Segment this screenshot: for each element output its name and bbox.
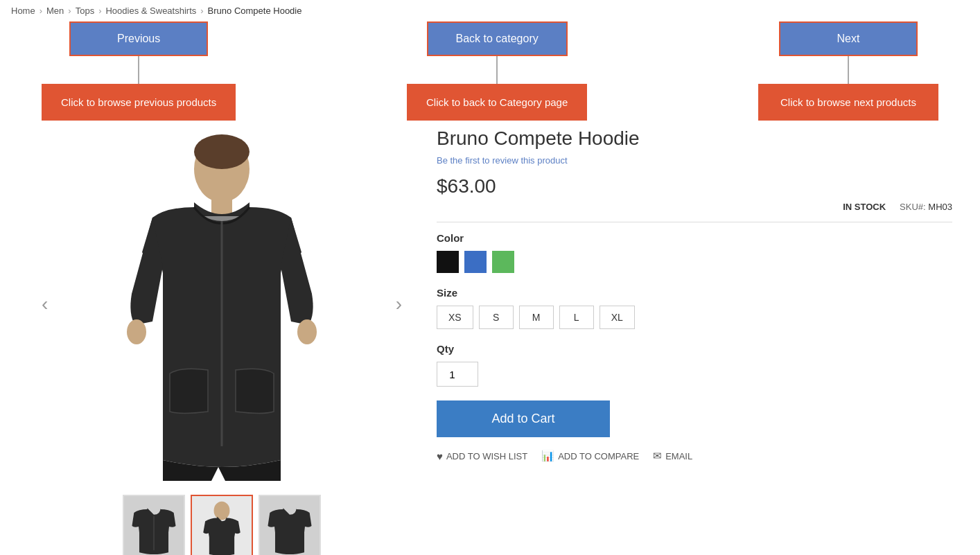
email-icon: ✉ bbox=[653, 450, 662, 462]
back-category-nav-wrap: Back to category Click to back to Catego… bbox=[407, 21, 587, 121]
color-swatches bbox=[437, 251, 952, 273]
compare-label: ADD TO COMPARE bbox=[558, 451, 639, 461]
breadcrumb-men[interactable]: Men bbox=[46, 6, 64, 16]
compare-link[interactable]: 📊 ADD TO COMPARE bbox=[541, 450, 639, 462]
svg-point-5 bbox=[297, 319, 317, 344]
size-section: Size XS S M L XL bbox=[437, 287, 952, 329]
navigation-bar: Previous Click to browse previous produc… bbox=[0, 21, 980, 121]
product-svg bbox=[97, 127, 347, 481]
breadcrumb-sep-3: › bbox=[98, 6, 101, 16]
heart-icon: ♥ bbox=[437, 450, 443, 462]
stock-sku-row: IN STOCK SKU#: MH03 bbox=[437, 202, 952, 212]
breadcrumb-tops[interactable]: Tops bbox=[76, 6, 94, 16]
email-link[interactable]: ✉ EMAIL bbox=[653, 450, 692, 462]
size-xl[interactable]: XL bbox=[600, 306, 635, 329]
email-label: EMAIL bbox=[665, 451, 692, 461]
product-details: Bruno Compete Hoodie Be the first to rev… bbox=[437, 121, 952, 555]
size-m[interactable]: M bbox=[519, 306, 554, 329]
divider-1 bbox=[437, 222, 952, 222]
back-category-button[interactable]: Back to category bbox=[427, 21, 568, 56]
review-link[interactable]: Be the first to review this product bbox=[437, 155, 952, 166]
size-l[interactable]: L bbox=[559, 306, 594, 329]
thumbnail-1[interactable] bbox=[191, 495, 253, 555]
thumbnail-strip bbox=[123, 495, 321, 555]
product-title: Bruno Compete Hoodie bbox=[437, 127, 952, 150]
thumbnail-2[interactable] bbox=[259, 495, 321, 555]
breadcrumb: Home › Men › Tops › Hoodies & Sweatshirt… bbox=[0, 0, 980, 21]
breadcrumb-hoodies[interactable]: Hoodies & Sweatshirts bbox=[105, 6, 196, 16]
size-label: Size bbox=[437, 287, 952, 299]
sku-value: MH03 bbox=[928, 202, 952, 212]
color-swatch-blue[interactable] bbox=[464, 251, 487, 273]
breadcrumb-home[interactable]: Home bbox=[11, 6, 35, 16]
svg-point-9 bbox=[214, 502, 230, 520]
breadcrumb-current: Bruno Compete Hoodie bbox=[208, 6, 302, 16]
wishlist-label: ADD TO WISH LIST bbox=[446, 451, 527, 461]
breadcrumb-sep-1: › bbox=[40, 6, 42, 16]
product-image-section: ‹ bbox=[28, 121, 416, 555]
image-next-arrow[interactable]: › bbox=[389, 286, 409, 322]
add-to-cart-button[interactable]: Add to Cart bbox=[437, 400, 610, 437]
next-button[interactable]: Next bbox=[779, 21, 918, 56]
svg-rect-2 bbox=[211, 197, 232, 214]
product-image bbox=[97, 127, 347, 481]
previous-nav-wrap: Previous Click to browse previous produc… bbox=[42, 21, 236, 121]
main-content: ‹ bbox=[0, 121, 980, 555]
back-tooltip: Click to back to Category page bbox=[407, 84, 587, 121]
next-nav-wrap: Next Click to browse next products bbox=[758, 21, 938, 121]
color-section: Color bbox=[437, 232, 952, 273]
qty-label: Qty bbox=[437, 343, 952, 355]
thumbnail-0[interactable] bbox=[123, 495, 185, 555]
previous-button[interactable]: Previous bbox=[69, 21, 208, 56]
qty-input[interactable] bbox=[437, 362, 478, 387]
product-price: $63.00 bbox=[437, 175, 952, 197]
breadcrumb-sep-4: › bbox=[200, 6, 203, 16]
action-links: ♥ ADD TO WISH LIST 📊 ADD TO COMPARE ✉ EM… bbox=[437, 450, 952, 462]
size-buttons: XS S M L XL bbox=[437, 306, 952, 329]
svg-point-4 bbox=[127, 319, 146, 344]
previous-connector bbox=[138, 56, 139, 84]
sku-label: SKU#: bbox=[900, 202, 926, 212]
color-swatch-black[interactable] bbox=[437, 251, 459, 273]
next-connector bbox=[848, 56, 849, 84]
stock-status: IN STOCK bbox=[843, 202, 886, 212]
size-xs[interactable]: XS bbox=[437, 306, 473, 329]
size-s[interactable]: S bbox=[479, 306, 514, 329]
compare-icon: 📊 bbox=[541, 450, 554, 462]
image-viewer: ‹ bbox=[28, 121, 416, 488]
back-connector bbox=[496, 56, 498, 84]
breadcrumb-sep-2: › bbox=[68, 6, 71, 16]
previous-tooltip: Click to browse previous products bbox=[42, 84, 236, 121]
wishlist-link[interactable]: ♥ ADD TO WISH LIST bbox=[437, 450, 527, 462]
next-tooltip: Click to browse next products bbox=[758, 84, 938, 121]
qty-section: Qty bbox=[437, 343, 952, 400]
sku-row: SKU#: MH03 bbox=[900, 202, 952, 212]
image-prev-arrow[interactable]: ‹ bbox=[35, 286, 55, 322]
color-swatch-green[interactable] bbox=[492, 251, 514, 273]
svg-point-1 bbox=[194, 134, 250, 169]
color-label: Color bbox=[437, 232, 952, 244]
